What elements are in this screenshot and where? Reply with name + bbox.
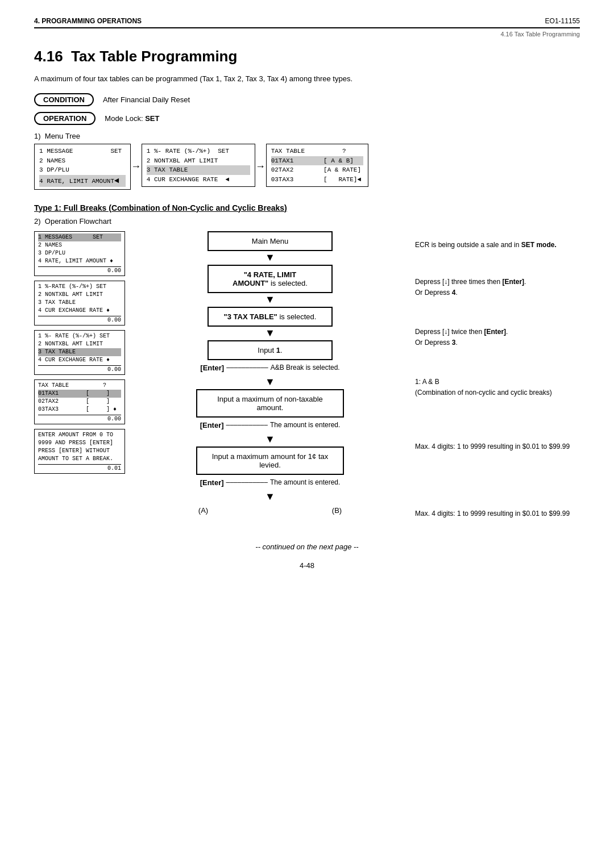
flow-arrow: ▼ — [265, 327, 275, 340]
mini-line: 2 NAMES — [38, 241, 121, 249]
header-left: 4. PROGRAMMING OPERATIONS — [34, 17, 142, 25]
mini-line: 4 CUR EXCHANGE RATE ♦ — [38, 356, 121, 364]
mini-val: 0.00 — [38, 365, 121, 373]
condition-row: CONDITION After Financial Daily Reset — [34, 93, 580, 106]
operation-text: Mode Lock: SET — [105, 114, 159, 123]
spacer — [415, 358, 580, 374]
menu-box-3: TAX TABLE ? 01TAX1 [ A & B] 02TAX2 [A & … — [266, 144, 368, 187]
mini-line: 4 CUR EXCHANGE RATE ♦ — [38, 307, 121, 315]
label-b: (B) — [332, 506, 342, 515]
note-6: Max. 4 digits: 1 to 9999 resulting in $0… — [415, 506, 580, 537]
sub-header: 4.16 Tax Table Programming — [500, 31, 580, 37]
menu-line: 3 DP/PLU — [39, 165, 126, 175]
note-2: Depress [↓] three times then [Enter]. Or… — [415, 274, 580, 308]
flowchart-subsection: 2) Operation Flowchart — [34, 217, 580, 226]
mini-line: 3 TAX TABLE — [38, 348, 121, 356]
menu-tree: 1 MESSAGE SET 2 NAMES 3 DP/PLU 4 RATE, L… — [34, 144, 580, 190]
mini-line: AMOUNT TO SET A BREAK. — [38, 455, 121, 463]
mini-box-5: ENTER AMOUNT FROM 0 TO 9999 AND PRESS [E… — [34, 429, 125, 474]
mini-line: 1 MESSAGES SET — [38, 233, 121, 241]
mini-line: 03TAX3 [ ] ♦ — [38, 406, 121, 414]
flow-box-input1: Input 1. — [208, 340, 333, 360]
mini-line: 1 %-RATE (%-/%+) SET — [38, 283, 121, 291]
mini-box-1: 1 MESSAGES SET 2 NAMES 3 DP/PLU 4 RATE, … — [34, 231, 125, 276]
mini-line: 9999 AND PRESS [ENTER] — [38, 439, 121, 447]
note-1: ECR is being outside a sale and in SET m… — [415, 231, 580, 258]
menu-line-highlight: 4 RATE, LIMIT AMOUNT◄ — [39, 175, 126, 187]
mini-val: 0.01 — [38, 464, 121, 471]
spacer — [415, 490, 580, 506]
flow-box-maxamount: Input a maximum amount for 1¢ tax levied… — [196, 446, 344, 475]
menu-line: 1 %- RATE (%-/%+) SET — [147, 147, 250, 156]
flow-arrow: ▼ — [265, 293, 275, 307]
mini-line: 2 NONTXBL AMT LIMIT — [38, 340, 121, 348]
page-number: 4-48 — [34, 561, 580, 570]
menu-line-highlight: 01TAX1 [ A & B] — [271, 156, 363, 166]
header-right: EO1-11155 — [545, 17, 580, 25]
mini-val: 0.00 — [38, 415, 121, 422]
continued-text: -- continued on the next page -- — [34, 542, 580, 551]
section-title: 4.16 Tax Table Programming — [34, 48, 580, 65]
flowchart-center: Main Menu ▼ "4 RATE, LIMITAMOUNT" is sel… — [136, 231, 404, 537]
flow-arrow: ▼ — [265, 375, 275, 389]
flow-arrow: ▼ — [265, 490, 275, 504]
ab-labels: (A) (B) — [136, 506, 404, 515]
mini-val: 0.00 — [38, 266, 121, 274]
mini-line: 2 NONTXBL AMT LIMIT — [38, 291, 121, 299]
enter-row-1: [Enter] ––––––––––– A&B Break is selecte… — [136, 364, 404, 372]
mini-line: 3 TAX TABLE — [38, 299, 121, 307]
flowchart-left: 1 MESSAGES SET 2 NAMES 3 DP/PLU 4 RATE, … — [34, 231, 125, 537]
mini-val: 0.00 — [38, 316, 121, 323]
mini-box-2: 1 %-RATE (%-/%+) SET 2 NONTXBL AMT LIMIT… — [34, 281, 125, 326]
mini-line: 4 RATE, LIMIT AMOUNT ♦ — [38, 257, 121, 265]
note-3: Depress [↓] twice then [Enter]. Or Depre… — [415, 324, 580, 358]
flow-box-rate-limit: "4 RATE, LIMITAMOUNT" is selected. — [208, 265, 333, 293]
spacer — [415, 470, 580, 490]
spacer — [415, 403, 580, 423]
menu-line: 02TAX2 [A & RATE] — [271, 165, 363, 175]
note-5: Max. 4 digits: 1 to 9999 resulting in $0… — [415, 439, 580, 470]
mini-line: 02TAX2 [ ] — [38, 398, 121, 406]
flow-box-main-menu: Main Menu — [208, 231, 333, 251]
menu-box-1: 1 MESSAGE SET 2 NAMES 3 DP/PLU 4 RATE, L… — [34, 144, 131, 190]
menu-line: 03TAX3 [ RATE]◄ — [271, 175, 363, 185]
menu-box-2: 1 %- RATE (%-/%+) SET 2 NONTXBL AMT LIMI… — [142, 144, 255, 187]
note-4: 1: A & B (Combination of non-cyclic and … — [415, 374, 580, 403]
enter-row-3: [Enter] ––––––––––– The amount is entere… — [136, 478, 404, 487]
flow-box-tax-table: "3 TAX TABLE" is selected. — [208, 307, 333, 327]
flowchart-right: ECR is being outside a sale and in SET m… — [415, 231, 580, 537]
flow-arrow: ▼ — [265, 251, 275, 265]
spacer — [415, 258, 580, 274]
intro-text: A maximum of four tax tables can be prog… — [34, 74, 580, 83]
arrow-right-2: → — [258, 161, 264, 172]
mini-box-4: TAX TABLE ? 01TAX1 [ ] 02TAX2 [ ] 03TAX3… — [34, 379, 125, 424]
label-a: (A) — [198, 506, 208, 515]
menu-line-highlight: 3 TAX TABLE — [147, 165, 250, 175]
menu-tree-label: 1) Menu Tree — [34, 132, 80, 140]
mini-box-3: 1 %- RATE (%-/%+) SET 2 NONTXBL AMT LIMI… — [34, 330, 125, 375]
enter-row-2: [Enter] ––––––––––– The amount is entere… — [136, 421, 404, 429]
arrow-right-1: → — [133, 161, 139, 172]
mini-line: 1 %- RATE (%-/%+) SET — [38, 332, 121, 340]
condition-badge: CONDITION — [34, 93, 94, 106]
mini-line: TAX TABLE ? — [38, 382, 121, 390]
type-title: Type 1: Full Breaks (Combination of Non-… — [34, 203, 287, 212]
flow-arrow: ▼ — [265, 433, 275, 446]
mini-line: 3 DP/PLU — [38, 249, 121, 257]
mini-line: PRESS [ENTER] WITHOUT — [38, 447, 121, 455]
spacer — [415, 423, 580, 439]
flow-box-nontaxable: Input a maximum of non-taxable amount. — [196, 389, 344, 418]
menu-line: 4 CUR EXCHANGE RATE ◄ — [147, 175, 250, 185]
operation-row: OPERATION Mode Lock: SET — [34, 112, 580, 125]
menu-line: 1 MESSAGE SET — [39, 147, 126, 156]
flowchart-section: 1 MESSAGES SET 2 NAMES 3 DP/PLU 4 RATE, … — [34, 231, 580, 537]
menu-line: 2 NONTXBL AMT LIMIT — [147, 156, 250, 166]
mini-line: ENTER AMOUNT FROM 0 TO — [38, 431, 121, 439]
operation-badge: OPERATION — [34, 112, 96, 125]
condition-text: After Financial Daily Reset — [103, 95, 190, 104]
spacer — [415, 308, 580, 324]
menu-line: TAX TABLE ? — [271, 147, 363, 156]
mini-line: 01TAX1 [ ] — [38, 390, 121, 398]
menu-line: 2 NAMES — [39, 156, 126, 166]
